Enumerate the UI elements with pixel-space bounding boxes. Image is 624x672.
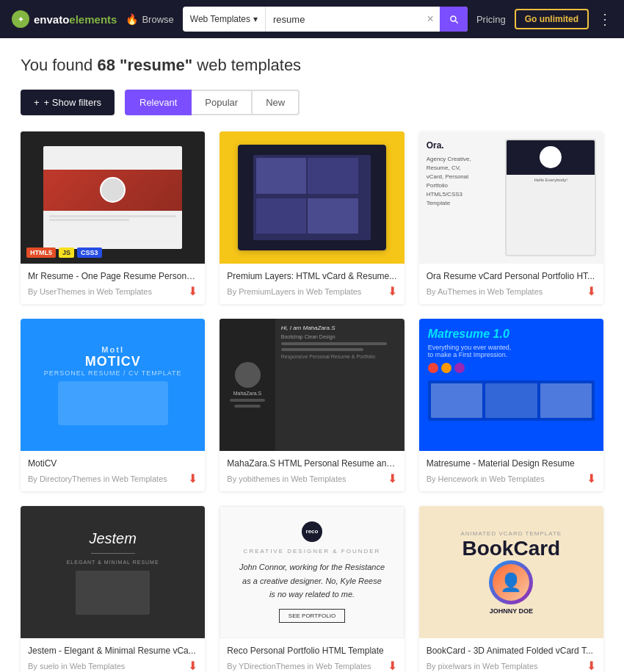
card-author-text: By yobithemes in Web Templates	[227, 474, 346, 483]
l3	[256, 198, 307, 234]
download-icon[interactable]: ⬇	[388, 659, 397, 672]
logo-elements: elements	[69, 13, 117, 26]
card-bookcard[interactable]: animated vCard template BookCard 👤 JOHNN…	[419, 506, 603, 672]
card-author-link[interactable]: pixelwars	[438, 662, 472, 671]
mr-resume-header	[43, 170, 181, 211]
card-author-link[interactable]: AuThemes	[438, 287, 476, 296]
download-icon[interactable]: ⬇	[587, 472, 596, 485]
main-content: You found 68 "resume" web templates + + …	[0, 38, 624, 672]
card-author-link[interactable]: suelo	[40, 662, 59, 671]
card-jestem[interactable]: Jestem ELEGANT & MINIMAL RESUME Jestem -…	[21, 506, 205, 672]
card-category: Web Templates	[97, 287, 152, 296]
jestem-subtitle: ELEGANT & MINIMAL RESUME	[67, 560, 159, 565]
card-author-link[interactable]: UserThemes	[40, 287, 86, 296]
sort-new-button[interactable]: New	[253, 90, 300, 115]
badge-js: JS	[59, 248, 74, 258]
card-premium-layers[interactable]: Premium Layers: HTML vCard & Resume... B…	[220, 131, 404, 304]
card-ora-resume[interactable]: Ora. Agency Creative,Resume, CV,vCard, P…	[419, 131, 603, 304]
card-reco[interactable]: reco CREATIVE DESIGNER & FOUNDER John Co…	[220, 506, 404, 672]
sort-relevant-button[interactable]: Relevant	[125, 90, 192, 115]
card-info: Jestem - Elegant & Minimal Resume vCa...…	[21, 638, 205, 672]
bookcard-avatar: 👤	[489, 560, 533, 604]
card-author-link[interactable]: DirectoryThemes	[40, 474, 101, 483]
resume-line-1	[49, 215, 175, 217]
card-author-text: By DirectoryThemes in Web Templates	[28, 474, 167, 483]
card-author-text: By AuThemes in Web Templates	[427, 287, 543, 296]
card-category: Web Templates	[306, 287, 361, 296]
card-meta: By YDirectionThemes in Web Templates ⬇	[227, 659, 396, 672]
download-icon[interactable]: ⬇	[388, 472, 397, 485]
search-category-selector[interactable]: Web Templates ▾	[183, 7, 266, 32]
download-icon[interactable]: ⬇	[188, 659, 197, 672]
download-icon[interactable]: ⬇	[188, 472, 197, 485]
card-meta: By suelo in Web Templates ⬇	[28, 659, 197, 672]
card-info: MotiCV By DirectoryThemes in Web Templat…	[21, 451, 205, 491]
browse-label: Browse	[142, 14, 173, 25]
card-author-link[interactable]: YDirectionThemes	[239, 662, 305, 671]
card-title: BookCard - 3D Animated Folded vCard T...	[427, 646, 596, 656]
l4	[308, 198, 358, 234]
mr-resume-body	[43, 211, 181, 225]
l2	[308, 158, 358, 193]
resume-line-2	[49, 219, 128, 221]
card-author-text: By PremiumLayers in Web Templates	[227, 287, 361, 296]
results-title: You found 68 "resume" web templates	[21, 56, 603, 75]
pricing-link[interactable]: Pricing	[476, 14, 506, 25]
show-filters-label: + Show filters	[44, 97, 101, 108]
moticv-inner: MotI MOTICV PERSONEL RESUME / CV TEMPLAT…	[44, 345, 182, 425]
download-icon[interactable]: ⬇	[188, 284, 197, 298]
reco-quote: John Connor, working for the Resistancea…	[239, 560, 385, 601]
card-author-prefix: By UserThemes in Web Templates	[28, 287, 152, 296]
moticv-preview: MotI MOTICV PERSONEL RESUME / CV TEMPLAT…	[21, 319, 205, 451]
search-submit-button[interactable]	[440, 7, 468, 32]
card-mr-resume[interactable]: HTML5 JS CSS3 Mr Resume - One Page Resum…	[21, 131, 205, 304]
download-icon[interactable]: ⬇	[388, 284, 397, 298]
bookcard-emoji: 👤	[500, 572, 522, 593]
filters-row: + + Show filters Relevant Popular New	[21, 90, 603, 115]
moticv-logo: MotI	[44, 345, 182, 354]
matresume-desc: Everything you ever wanted,to make a Fir…	[428, 344, 595, 358]
card-author-link[interactable]: yobithemes	[239, 474, 280, 483]
maha-line-3	[281, 342, 387, 345]
card-mahazara[interactable]: MahaZara.S Hi, I am MahaZara.S Bootstrap…	[220, 319, 404, 491]
matresume-screenshots	[428, 380, 595, 421]
maha-line-2	[234, 405, 261, 408]
card-thumbnail: Jestem ELEGANT & MINIMAL RESUME	[21, 506, 205, 638]
moticv-title: MOTICV	[44, 354, 182, 369]
search-input[interactable]	[266, 14, 421, 25]
download-icon[interactable]: ⬇	[587, 284, 596, 298]
card-matresume[interactable]: Matresume 1.0 Everything you ever wanted…	[419, 319, 603, 491]
browse-button[interactable]: 🔥 Browse	[126, 13, 173, 25]
card-moticv[interactable]: MotI MOTICV PERSONEL RESUME / CV TEMPLAT…	[21, 319, 205, 491]
card-author-link[interactable]: PremiumLayers	[239, 287, 295, 296]
layers-preview	[220, 131, 404, 264]
more-options-button[interactable]: ⋮	[598, 10, 612, 28]
card-thumbnail: HTML5 JS CSS3	[21, 131, 205, 264]
results-prefix: You found	[21, 56, 97, 74]
mat-screen-2	[485, 383, 537, 418]
card-info: Mr Resume - One Page Resume Personal... …	[21, 264, 205, 304]
mat-screen-1	[431, 383, 482, 418]
results-query: "resume"	[120, 56, 192, 74]
download-icon[interactable]: ⬇	[587, 659, 596, 672]
bookcard-preview: animated vCard template BookCard 👤 JOHNN…	[419, 506, 603, 638]
go-unlimited-button[interactable]: Go unlimited	[515, 9, 589, 29]
logo-envato: envato	[34, 13, 69, 26]
card-meta: By Hencework in Web Templates ⬇	[427, 472, 596, 485]
mat-logo-b	[428, 363, 438, 373]
card-category: Web Templates	[316, 662, 371, 671]
moticv-mockup	[58, 381, 168, 425]
header: ✦ envatoelements 🔥 Browse Web Templates …	[0, 0, 624, 38]
search-clear-button[interactable]: ×	[421, 12, 440, 26]
card-author-link[interactable]: Hencework	[438, 474, 479, 483]
thumb-content: HTML5 JS CSS3	[21, 131, 205, 264]
logo[interactable]: ✦ envatoelements	[12, 10, 117, 28]
logo-envato-symbol: ✦	[18, 15, 23, 24]
card-category: Web Templates	[489, 474, 544, 483]
card-title: Matresume - Material Design Resume	[427, 458, 596, 469]
sort-popular-button[interactable]: Popular	[192, 90, 253, 115]
show-filters-button[interactable]: + + Show filters	[21, 90, 115, 115]
card-thumbnail: animated vCard template BookCard 👤 JOHNN…	[419, 506, 603, 638]
chevron-down-icon: ▾	[253, 14, 258, 24]
mahazara-preview: MahaZara.S Hi, I am MahaZara.S Bootstrap…	[220, 319, 404, 451]
